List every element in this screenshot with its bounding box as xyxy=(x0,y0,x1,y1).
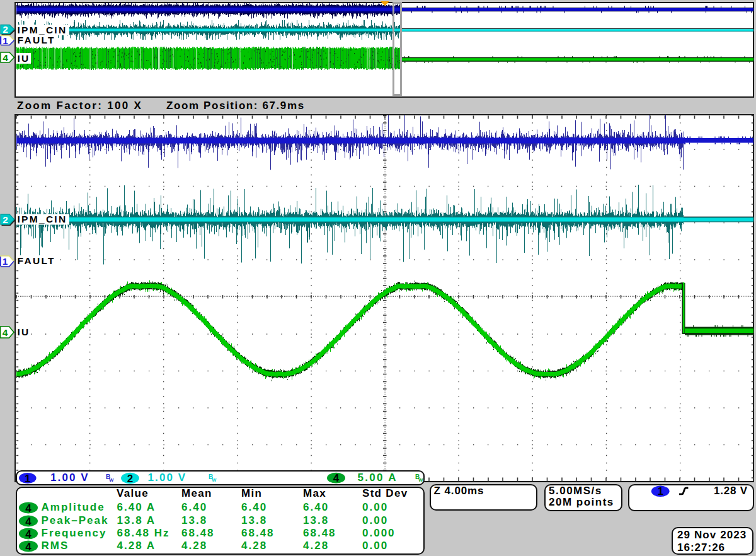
svg-text:4: 4 xyxy=(25,528,32,540)
svg-text:W: W xyxy=(418,477,423,483)
svg-text:4: 4 xyxy=(25,516,32,528)
svg-text:4: 4 xyxy=(25,541,32,553)
svg-text:1: 1 xyxy=(657,485,663,497)
svg-text:4: 4 xyxy=(333,472,340,484)
svg-text:2: 2 xyxy=(127,473,133,485)
svg-text:W: W xyxy=(109,477,114,483)
svg-text:4: 4 xyxy=(25,502,32,514)
svg-text:1: 1 xyxy=(25,473,30,485)
svg-text:W: W xyxy=(212,477,217,483)
